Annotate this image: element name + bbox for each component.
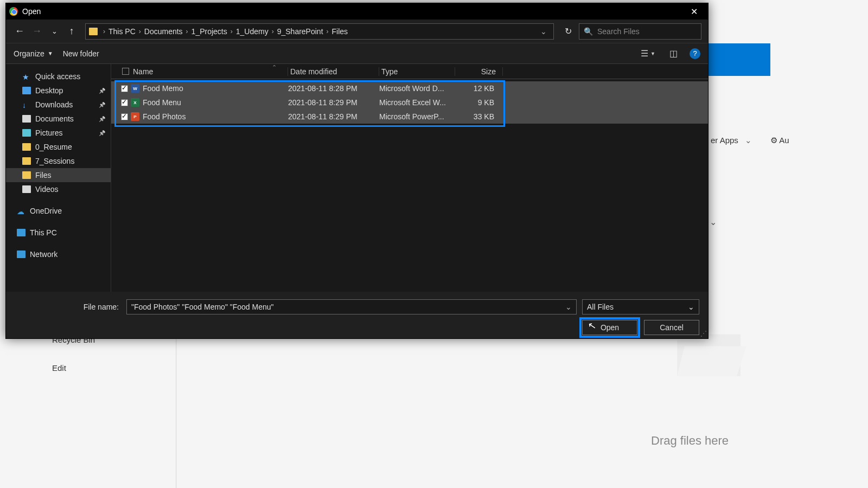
preview-pane-icon: ◫ [669,48,678,59]
chevron-right-icon: › [272,28,274,35]
power-apps-label: er Apps [711,136,738,145]
chevron-down-icon: ▼ [48,50,53,56]
automate-label: Au [779,136,789,145]
breadcrumb[interactable]: › This PC › Documents › 1_Projects › 1_U… [85,23,554,40]
sidebar-item-label: Quick access [35,72,80,81]
sidebar-item-label: Desktop [35,86,63,95]
file-type-filter[interactable]: All Files ⌄ [582,299,699,314]
sidebar-item-label: 0_Resume [35,143,72,151]
sidebar-item-downloads[interactable]: ↓ Downloads [6,98,111,112]
refresh-button[interactable]: ↻ [560,24,576,39]
open-button[interactable]: Open [582,320,637,335]
sidebar-item-this-pc[interactable]: This PC [6,226,111,240]
search-icon: 🔍 [584,27,593,36]
breadcrumb-udemy[interactable]: 1_Udemy [236,27,269,36]
file-date: 2021-08-11 8:29 PM [288,98,379,107]
sidebar-item-onedrive[interactable]: ☁ OneDrive [6,204,111,218]
filename-dropdown[interactable]: ⌄ [565,303,572,311]
sidebar-item-files[interactable]: Files [6,168,111,182]
chevron-right-icon: › [103,28,105,35]
sidebar-item-label: Files [35,171,52,179]
help-button[interactable]: ? [690,48,700,59]
sidebar-item-sessions[interactable]: 7_Sessions [6,154,111,168]
pc-icon [17,229,25,236]
file-type: Microsoft Word D... [379,84,455,93]
cloud-icon: ☁ [17,207,25,215]
resize-grip-icon[interactable]: ⋰ [700,330,706,337]
close-button[interactable]: ✕ [683,3,705,20]
row-checkbox[interactable] [121,113,128,120]
sidebar-item-videos[interactable]: Videos [6,182,111,196]
breadcrumb-this-pc[interactable]: This PC [108,27,136,36]
chevron-down-icon: ⌄ [745,136,752,145]
forward-button[interactable]: → [30,24,44,38]
new-folder-button[interactable]: New folder [63,49,99,58]
video-icon [22,185,31,193]
dialog-footer: File name: "Food Photos" "Food Memo" "Fo… [6,292,708,338]
file-list: Name ⌃ Date modified Type Size WFood Mem… [111,64,708,292]
file-name: Food Memo [143,84,183,93]
chevron-down-icon[interactable]: ⌄ [710,217,717,227]
column-header-date[interactable]: Date modified [288,67,379,76]
automate-icon: ⚙ [770,136,777,145]
folder-icon [22,157,31,165]
row-checkbox[interactable] [121,99,128,106]
chevron-right-icon: › [231,28,233,35]
column-header-name[interactable]: Name ⌃ [131,67,288,76]
edit-link[interactable]: Edit [52,363,66,373]
file-size: 33 KB [455,112,503,121]
up-button[interactable]: ↑ [65,24,79,38]
file-row[interactable]: XFood Menu2021-08-11 8:29 PMMicrosoft Ex… [111,95,708,110]
background-blue-panel [705,43,770,76]
file-row[interactable]: PFood Photos2021-08-11 8:29 PMMicrosoft … [111,110,708,124]
sidebar-item-label: This PC [30,228,57,237]
view-details-button[interactable]: ☰ ▼ [639,46,658,61]
filename-input[interactable]: "Food Photos" "Food Memo" "Food Menu" ⌄ [126,299,577,314]
chevron-right-icon: › [186,28,188,35]
breadcrumb-files[interactable]: Files [332,27,348,36]
background-automate-link[interactable]: ⚙ Au [770,136,789,145]
chevron-down-icon: ⌄ [688,303,694,311]
breadcrumb-dropdown[interactable]: ⌄ [537,27,550,36]
ppt-file-icon: P [131,112,139,121]
drag-files-hint: Drag files here [651,434,729,448]
sidebar-item-documents[interactable]: Documents [6,112,111,126]
column-header-size[interactable]: Size [455,67,503,76]
sidebar-item-label: OneDrive [30,207,62,215]
sidebar-item-resume[interactable]: 0_Resume [6,140,111,154]
search-input[interactable]: 🔍 Search Files [579,23,701,40]
file-name: Food Menu [143,98,181,107]
back-button[interactable]: ← [12,24,27,38]
cancel-button[interactable]: Cancel [644,320,699,335]
sidebar: ★ Quick access Desktop ↓ Downloads Docum… [6,64,111,292]
file-type: Microsoft PowerP... [379,112,455,121]
chrome-icon [9,7,18,16]
file-date: 2021-08-11 8:28 PM [288,84,379,93]
breadcrumb-projects[interactable]: 1_Projects [192,27,227,36]
preview-pane-button[interactable]: ◫ [667,46,680,61]
sidebar-item-pictures[interactable]: Pictures [6,126,111,140]
file-row[interactable]: WFood Memo2021-08-11 8:28 PMMicrosoft Wo… [111,81,708,95]
organize-menu[interactable]: Organize ▼ [14,49,53,58]
recent-dropdown[interactable]: ⌄ [47,24,61,38]
column-header-type[interactable]: Type [379,67,455,76]
breadcrumb-sharepoint[interactable]: 9_SharePoint [277,27,323,36]
background-side-panel [30,339,176,488]
star-icon: ★ [22,73,31,80]
toolbar: Organize ▼ New folder ☰ ▼ ◫ ? [6,43,708,64]
window-title: Open [22,7,41,16]
sidebar-item-network[interactable]: Network [6,247,111,261]
row-checkbox[interactable] [121,85,128,92]
breadcrumb-documents[interactable]: Documents [144,27,183,36]
sidebar-item-quick-access[interactable]: ★ Quick access [6,69,111,84]
network-icon [17,251,25,258]
select-all-checkbox[interactable] [122,68,129,75]
file-name: Food Photos [143,112,186,121]
background-power-apps-link[interactable]: er Apps ⌄ [711,136,752,145]
file-size: 12 KB [455,84,503,93]
folder-icon [89,28,98,35]
chevron-right-icon: › [327,28,329,35]
sidebar-item-desktop[interactable]: Desktop [6,84,111,98]
filter-value: All Files [587,303,614,311]
nav-row: ← → ⌄ ↑ › This PC › Documents › 1_Projec… [6,20,708,43]
